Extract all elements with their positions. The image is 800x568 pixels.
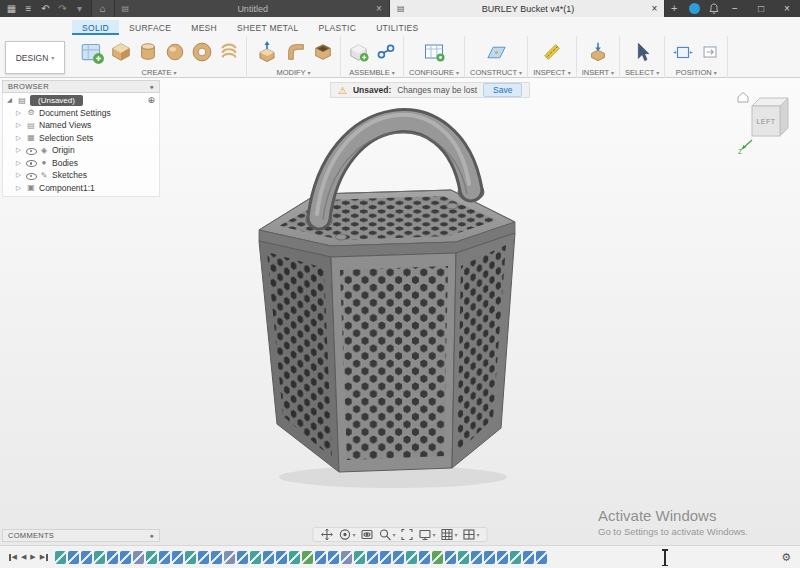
grid-settings-icon[interactable]: ▾ (441, 528, 458, 541)
visibility-eye-icon[interactable] (26, 146, 36, 155)
maximize-button[interactable]: □ (748, 0, 774, 17)
configure-menu[interactable]: CONFIGURE▾ (409, 68, 459, 77)
coil-icon[interactable] (216, 39, 241, 65)
notifications-bell-icon[interactable] (706, 3, 722, 14)
timeline-feature-icon[interactable] (120, 551, 131, 564)
timeline-feature-icon[interactable] (263, 551, 274, 564)
timeline-feature-icon[interactable] (328, 551, 339, 564)
document-tab-untitled[interactable]: ▤ Untitled × (115, 0, 390, 17)
timeline-feature-icon[interactable] (198, 551, 209, 564)
display-settings-icon[interactable]: ▾ (418, 528, 435, 541)
timeline-feature-icon[interactable] (458, 551, 469, 564)
construct-menu[interactable]: CONSTRUCT▾ (470, 68, 522, 77)
timeline-feature-icon[interactable] (484, 551, 495, 564)
select-menu[interactable]: SELECT▾ (625, 68, 659, 77)
create-sketch-icon[interactable] (77, 39, 106, 65)
tab-plastic[interactable]: PLASTIC (309, 20, 367, 35)
add-icon[interactable]: ⊕ (147, 95, 155, 105)
timeline-feature-icon[interactable] (393, 551, 404, 564)
home-tab[interactable]: ⌂ (91, 0, 115, 17)
timeline-feature-icon[interactable] (107, 551, 118, 564)
timeline-feature-icon[interactable] (81, 551, 92, 564)
browser-item-sketches[interactable]: ▷ ✎ Sketches (3, 169, 159, 182)
viewport-canvas[interactable]: BROWSER ● ◢ ▤ (Unsaved) ⊕ ▷ ⚙ Document S… (0, 78, 800, 545)
insert-menu[interactable]: INSERT▾ (582, 68, 614, 77)
tab-utilities[interactable]: UTILITIES (366, 20, 428, 35)
panel-options-icon[interactable]: ● (149, 532, 154, 539)
expander-open-icon[interactable]: ◢ (7, 96, 14, 104)
modify-menu[interactable]: MODIFY▾ (276, 68, 310, 77)
fit-icon[interactable] (400, 528, 413, 541)
comments-header[interactable]: COMMENTS ● (2, 529, 160, 542)
select-cursor-icon[interactable] (630, 39, 655, 65)
timeline-feature-icon[interactable] (172, 551, 183, 564)
close-window-button[interactable]: × (774, 0, 800, 17)
step-back-button[interactable]: ◀ (21, 553, 26, 561)
browser-item-selection-sets[interactable]: ▷ ▦ Selection Sets (3, 132, 159, 145)
look-at-icon[interactable] (360, 528, 373, 541)
browser-item-named-views[interactable]: ▷ ▤ Named Views (3, 119, 159, 132)
timeline-feature-icon[interactable] (354, 551, 365, 564)
timeline-feature-icon[interactable] (380, 551, 391, 564)
browser-item-origin[interactable]: ▷ ◈ Origin (3, 144, 159, 157)
timeline-feature-icon[interactable] (211, 551, 222, 564)
fillet-icon[interactable] (283, 39, 308, 65)
tab-mesh[interactable]: MESH (181, 20, 227, 35)
timeline-feature-icon[interactable] (471, 551, 482, 564)
play-button[interactable]: ▶ (30, 553, 35, 561)
document-tab-burley-bucket[interactable]: ▤ BURLEY Bucket v4*(1) × (390, 0, 665, 17)
timeline-feature-icon[interactable] (224, 551, 235, 564)
timeline-playhead[interactable] (664, 549, 666, 566)
capture-position-icon[interactable] (670, 39, 695, 65)
timeline-gear-icon[interactable]: ⚙ (781, 551, 800, 564)
timeline-feature-icon[interactable] (315, 551, 326, 564)
zoom-window-icon[interactable]: ▾ (378, 528, 395, 541)
timeline-feature-icon[interactable] (68, 551, 79, 564)
create-menu[interactable]: CREATE▾ (142, 68, 177, 77)
torus-icon[interactable] (189, 39, 214, 65)
measure-icon[interactable] (539, 39, 564, 65)
timeline-feature-icon[interactable] (94, 551, 105, 564)
timeline-feature-icon[interactable] (406, 551, 417, 564)
timeline-feature-icon[interactable] (276, 551, 287, 564)
pan-icon[interactable] (320, 528, 333, 541)
cylinder-icon[interactable] (135, 39, 160, 65)
save-button[interactable]: Save (483, 83, 522, 97)
timeline-feature-icon[interactable] (445, 551, 456, 564)
joint-icon[interactable] (373, 39, 398, 65)
visibility-eye-icon[interactable] (26, 171, 36, 180)
orbit-icon[interactable]: ▾ (338, 528, 355, 541)
visibility-eye-icon[interactable] (26, 158, 36, 167)
browser-header[interactable]: BROWSER ● (2, 80, 160, 93)
browser-item-bodies[interactable]: ▷ ● Bodies (3, 157, 159, 170)
sphere-icon[interactable] (162, 39, 187, 65)
close-tab-icon[interactable]: × (651, 3, 657, 14)
timeline-feature-icon[interactable] (237, 551, 248, 564)
panel-options-icon[interactable]: ● (149, 83, 154, 90)
expander-icon[interactable]: ▷ (16, 121, 23, 129)
timeline-feature-icon[interactable] (133, 551, 144, 564)
titlebar-caret-icon[interactable]: ▾ (72, 0, 87, 17)
timeline-feature-icon[interactable] (250, 551, 261, 564)
timeline-feature-icon[interactable] (289, 551, 300, 564)
revert-position-icon[interactable] (697, 39, 722, 65)
browser-root-row[interactable]: ◢ ▤ (Unsaved) ⊕ (3, 94, 159, 107)
model-hex-bucket[interactable] (243, 94, 533, 494)
timeline-feature-icon[interactable] (185, 551, 196, 564)
position-menu[interactable]: POSITION▾ (676, 68, 717, 77)
redo-icon[interactable]: ↷ (55, 0, 70, 17)
construction-plane-icon[interactable] (484, 39, 509, 65)
browser-item-document-settings[interactable]: ▷ ⚙ Document Settings (3, 107, 159, 120)
app-menu-icon[interactable]: ▦ (4, 0, 19, 17)
expander-icon[interactable]: ▷ (16, 109, 23, 117)
new-component-icon[interactable] (346, 39, 371, 65)
shell-icon[interactable] (310, 39, 335, 65)
menu-icon[interactable]: ≡ (21, 0, 36, 17)
inspect-menu[interactable]: INSPECT▾ (533, 68, 571, 77)
press-pull-icon[interactable] (252, 39, 281, 65)
minimize-button[interactable]: − (722, 0, 748, 17)
configure-icon[interactable] (420, 39, 449, 65)
timeline-feature-icon[interactable] (523, 551, 534, 564)
assemble-menu[interactable]: ASSEMBLE▾ (349, 68, 394, 77)
viewports-icon[interactable]: ▾ (463, 528, 480, 541)
